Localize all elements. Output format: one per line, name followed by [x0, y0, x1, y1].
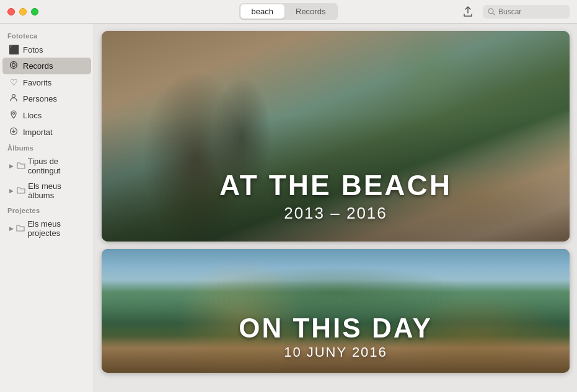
photos-icon: ⬛: [9, 45, 19, 54]
svg-point-9: [13, 113, 15, 115]
sidebar-section-albums: Àlbums: [0, 141, 94, 154]
main-layout: Fototeca ⬛ Fotos Records ♡ Favorits: [0, 24, 577, 392]
sidebar: Fototeca ⬛ Fotos Records ♡ Favorits: [0, 24, 94, 392]
tab-records[interactable]: beach: [240, 4, 284, 19]
expand-icon: ▶: [9, 163, 14, 169]
memory-card-on-this-day[interactable]: ON THIS DAY 10 JUNY 2016: [102, 249, 570, 373]
mountain-card-text: ON THIS DAY 10 JUNY 2016: [102, 313, 570, 360]
records-icon: [9, 61, 19, 71]
sidebar-section-fototeca: Fototeca: [0, 28, 94, 41]
memory-card-beach[interactable]: AT THE BEACH 2013 – 2016: [102, 31, 570, 242]
sidebar-item-tipus[interactable]: ▶ Tipus de contingut: [2, 154, 91, 178]
traffic-lights: [7, 8, 38, 15]
tab-bar: beach Records: [239, 3, 338, 20]
sidebar-records-label: Records: [23, 61, 53, 71]
svg-point-0: [488, 9, 493, 14]
sidebar-importat-label: Importat: [23, 128, 53, 137]
sidebar-tipus-label: Tipus de contingut: [28, 157, 85, 175]
folder-icon-3: [16, 224, 25, 233]
import-icon: [9, 127, 19, 137]
search-icon: [488, 8, 495, 15]
folder-icon: [17, 162, 25, 171]
content-area: AT THE BEACH 2013 – 2016 ON THIS DAY 10 …: [94, 24, 577, 392]
svg-line-1: [493, 13, 495, 15]
sidebar-persones-label: Persones: [23, 94, 57, 103]
close-button[interactable]: [7, 8, 15, 15]
beach-card-text: AT THE BEACH 2013 – 2016: [102, 170, 570, 223]
titlebar: beach Records: [0, 0, 577, 24]
sidebar-llocs-label: Llocs: [23, 111, 42, 120]
folder-icon-2: [17, 186, 25, 196]
sidebar-item-fotos[interactable]: ⬛ Fotos: [2, 41, 91, 58]
beach-card-title: AT THE BEACH: [102, 170, 570, 201]
people-icon: [9, 94, 19, 104]
sidebar-item-meus-albums[interactable]: ▶ Els meus àlbums: [2, 178, 91, 203]
sidebar-item-meus-projectes[interactable]: ▶ Els meus projectes: [2, 216, 91, 241]
sidebar-item-records[interactable]: Records: [2, 58, 91, 74]
sidebar-item-importat[interactable]: Importat: [2, 124, 91, 141]
sidebar-item-persones[interactable]: Persones: [2, 90, 91, 107]
mountain-card-subtitle: 10 JUNY 2016: [102, 344, 570, 360]
sidebar-meus-albums-label: Els meus àlbums: [28, 181, 85, 200]
location-icon: [9, 110, 19, 121]
beach-card-subtitle: 2013 – 2016: [102, 204, 570, 223]
heart-icon: ♡: [9, 77, 19, 87]
search-input[interactable]: [498, 7, 560, 16]
expand-icon-3: ▶: [9, 225, 14, 232]
sidebar-item-llocs[interactable]: Llocs: [2, 107, 91, 124]
sidebar-favorits-label: Favorits: [23, 78, 51, 87]
sidebar-section-projectes: Projectes: [0, 203, 94, 216]
sidebar-item-favorits[interactable]: ♡ Favorits: [2, 74, 91, 90]
expand-icon-2: ▶: [9, 188, 14, 194]
svg-point-8: [12, 95, 15, 98]
svg-point-3: [12, 64, 15, 67]
sidebar-meus-projectes-label: Els meus projectes: [27, 219, 85, 238]
mountain-card-title: ON THIS DAY: [102, 313, 570, 343]
search-bar[interactable]: [483, 5, 570, 19]
maximize-button[interactable]: [31, 8, 38, 15]
minimize-button[interactable]: [19, 8, 27, 15]
svg-point-2: [11, 62, 17, 69]
share-button[interactable]: [459, 3, 477, 20]
tab-records-favorites[interactable]: Records: [284, 4, 337, 19]
tab-records-favorites-label: Records: [296, 7, 325, 16]
sidebar-fotos-label: Fotos: [23, 45, 43, 54]
titlebar-right: [459, 3, 570, 20]
